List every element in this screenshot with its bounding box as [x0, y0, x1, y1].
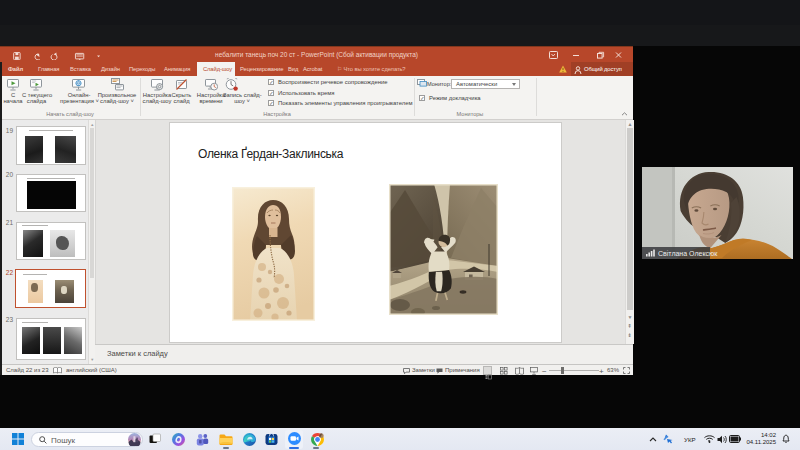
svg-text:Світлана Олексюк: Світлана Олексюк — [658, 250, 718, 257]
